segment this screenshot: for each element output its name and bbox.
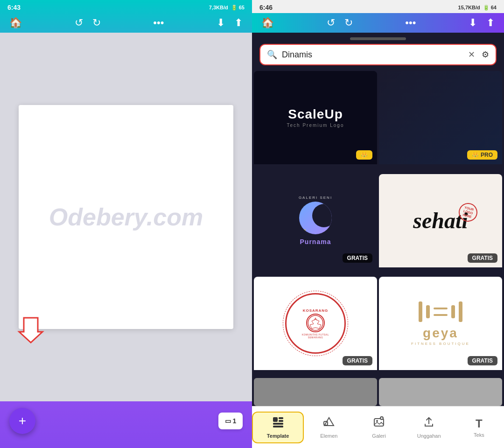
templates-grid: ScaleUp Tech Premium Logo 👑 👑 PRO — [252, 71, 504, 378]
nav-item-teks[interactable]: T Teks — [454, 413, 504, 441]
share-icon-left[interactable]: ⬆ — [234, 17, 243, 29]
purnama-moon: ✦ ✦ — [299, 202, 332, 234]
nav-item-galeri[interactable]: Galeri — [354, 413, 404, 442]
canvas-area: Odebery.com — [0, 33, 252, 401]
template-card-pro[interactable]: 👑 PRO — [379, 71, 502, 172]
search-actions: ✕ ⚙ — [468, 49, 489, 60]
star-icon-1: ✦ — [301, 203, 305, 208]
svg-rect-8 — [273, 426, 283, 427]
left-panel: 6:43 7,3KB/d 🔋 65 🏠 ↺ ↻ ••• ⬇ ⬆ Odebery.… — [0, 0, 252, 448]
page-indicator[interactable]: ▭ 1 — [218, 413, 243, 429]
sehati-badge: GRATIS — [468, 253, 497, 263]
right-panel: 6:46 15,7KB/d 🔋 64 🏠 ↺ ↻ ••• ⬇ ⬆ 🔍 Dinam… — [252, 0, 504, 448]
page-number: ▭ 1 — [225, 417, 237, 425]
scaleup-title: ScaleUp — [287, 108, 344, 121]
canvas-white: Odebery.com — [19, 105, 233, 329]
template-nav-label: Template — [267, 433, 289, 439]
redo-icon-right[interactable]: ↻ — [344, 17, 353, 29]
geya-badge: GRATIS — [468, 356, 497, 365]
status-info-left: 7,3KB/d 🔋 65 — [209, 5, 245, 11]
geya-content: geya FITNESS BOUTIQUE — [411, 301, 470, 346]
teks-nav-icon: T — [476, 417, 483, 430]
search-icon: 🔍 — [267, 49, 277, 60]
svg-rect-5 — [279, 417, 283, 419]
search-filter-icon[interactable]: ⚙ — [482, 49, 489, 60]
purnama-badge: GRATIS — [343, 253, 372, 263]
svg-rect-4 — [273, 417, 278, 422]
svg-rect-6 — [279, 420, 283, 422]
status-bar-right: 6:46 15,7KB/d 🔋 64 — [252, 0, 504, 13]
toolbar-left: 🏠 ↺ ↻ ••• ⬇ ⬆ — [0, 13, 252, 33]
download-icon-right[interactable]: ⬇ — [469, 17, 477, 29]
bottom-bar-left: + ▭ 1 — [0, 401, 252, 448]
download-icon-left[interactable]: ⬇ — [217, 17, 225, 29]
pro-badge: 👑 PRO — [467, 150, 497, 160]
network-right: 15,7KB/d — [458, 5, 480, 10]
arrow-down-indicator — [17, 315, 45, 345]
add-button[interactable]: + — [9, 408, 35, 434]
share-icon-right[interactable]: ⬆ — [486, 17, 495, 29]
more-icon-right[interactable]: ••• — [405, 17, 416, 29]
status-bar-left: 6:43 7,3KB/d 🔋 65 — [0, 0, 252, 13]
time-left: 6:43 — [7, 4, 21, 11]
nav-item-template[interactable]: Template — [252, 412, 304, 443]
geya-icon — [411, 301, 470, 322]
template-nav-icon — [272, 416, 284, 431]
home-icon-left[interactable]: 🏠 — [9, 17, 22, 29]
partial-card-2 — [379, 378, 502, 406]
home-icon-right[interactable]: 🏠 — [261, 17, 274, 29]
undo-icon-left[interactable]: ↺ — [75, 17, 83, 29]
template-card-sehati[interactable]: sehati YOURLOGOHERE GRATIS — [379, 174, 502, 275]
battery-right: 🔋 64 — [483, 5, 497, 11]
search-bar[interactable]: 🔍 Dinamis ✕ ⚙ — [259, 44, 497, 65]
template-card-scaleup[interactable]: ScaleUp Tech Premium Logo 👑 — [254, 71, 377, 172]
elemen-nav-icon — [323, 416, 335, 431]
scaleup-badge: 👑 — [356, 150, 372, 160]
partial-card-1 — [254, 378, 377, 406]
unggahan-nav-icon — [423, 416, 435, 431]
galeri-nav-icon — [373, 416, 385, 431]
kosarang-circle: KOSARANG KOMUNITAS FUTSALSEMARANG — [285, 293, 346, 354]
svg-marker-0 — [19, 318, 42, 343]
nav-item-unggahan[interactable]: Unggahan — [404, 413, 454, 442]
teks-nav-label: Teks — [474, 432, 484, 438]
purnama-text: Purnama — [299, 238, 332, 245]
geya-subtitle: FITNESS BOUTIQUE — [411, 342, 470, 346]
phone-frame: 🔍 Dinamis ✕ ⚙ ScaleUp Tech Premium Logo … — [252, 33, 504, 448]
scaleup-logo: ScaleUp Tech Premium Logo — [287, 108, 344, 128]
phone-notch — [350, 37, 406, 40]
network-left: 7,3KB/d — [209, 5, 228, 10]
bottom-nav: Template Elemen — [252, 406, 504, 448]
undo-icon-right[interactable]: ↺ — [327, 17, 335, 29]
geya-brand-text: geya — [411, 326, 470, 341]
galeri-nav-label: Galeri — [372, 433, 385, 439]
template-card-geya[interactable]: geya FITNESS BOUTIQUE GRATIS — [379, 277, 502, 378]
elemen-nav-label: Elemen — [320, 433, 337, 439]
time-right: 6:46 — [259, 4, 273, 11]
purnama-badge-top: GALERI SENI — [299, 196, 332, 200]
crown-icon: 👑 — [361, 152, 368, 158]
crown-icon-pro: 👑 — [472, 152, 479, 158]
search-clear-icon[interactable]: ✕ — [468, 49, 475, 60]
redo-icon-left[interactable]: ↻ — [92, 17, 101, 29]
kosarang-badge: GRATIS — [343, 356, 372, 365]
template-card-purnama[interactable]: GALERI SENI ✦ ✦ Purnama GRATIS — [254, 174, 377, 275]
search-input[interactable]: Dinamis — [282, 50, 463, 60]
scaleup-subtitle: Tech Premium Logo — [287, 123, 344, 128]
svg-point-12 — [376, 420, 378, 422]
nav-item-elemen[interactable]: Elemen — [304, 413, 354, 442]
star-icon-2: ✦ — [304, 228, 306, 231]
unggahan-nav-label: Unggahan — [417, 433, 441, 439]
plus-icon: + — [19, 413, 26, 428]
svg-marker-3 — [310, 319, 321, 329]
battery-left: 🔋 65 — [231, 5, 245, 11]
svg-rect-7 — [273, 423, 283, 425]
more-icon-left[interactable]: ••• — [153, 17, 164, 29]
watermark: Odebery.com — [49, 203, 203, 231]
template-card-kosarang[interactable]: KOSARANG KOMUNITAS FUTSALSEMARANG GRATIS — [254, 277, 377, 378]
partial-row — [252, 378, 504, 406]
status-info-right: 15,7KB/d 🔋 64 — [458, 5, 497, 11]
kosarang-ball — [306, 314, 325, 332]
toolbar-right: 🏠 ↺ ↻ ••• ⬇ ⬆ — [252, 13, 504, 33]
purnama-content: GALERI SENI ✦ ✦ Purnama — [299, 196, 332, 245]
